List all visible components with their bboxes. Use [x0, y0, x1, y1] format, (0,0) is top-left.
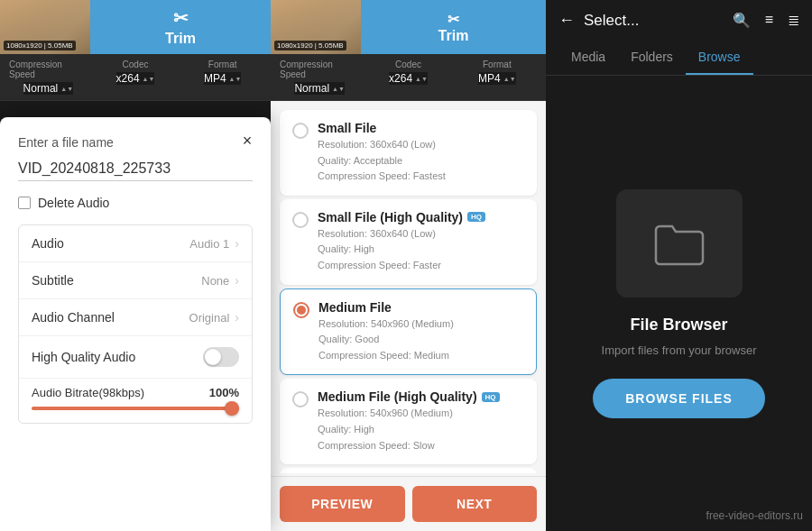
folder-icon-container — [616, 189, 743, 298]
list-icon[interactable]: ≡ — [765, 12, 773, 29]
subtitle-setting-name: Subtitle — [32, 273, 201, 288]
radio-small[interactable] — [292, 123, 309, 139]
select-arrows-codec-middle: ▲▼ — [415, 76, 428, 82]
scissors-icon-left: ✂ — [173, 7, 189, 29]
hq-badge-small: HQ — [467, 212, 485, 222]
scissors-icon-middle: ✂ — [448, 11, 459, 28]
format-label-left: Format — [208, 60, 237, 69]
format-value-left: MP4 — [204, 72, 226, 85]
trim-button-middle[interactable]: ✂ Trim — [361, 0, 546, 54]
panel-left: 1080x1920 | 5.05MB ✂ Trim Compression Sp… — [0, 0, 271, 531]
tab-browse[interactable]: Browse — [686, 41, 753, 75]
quality-item-medium[interactable]: Medium File Resolution: 540x960 (Medium)… — [280, 288, 537, 376]
codec-group-left: Codec x264 ▲▼ — [97, 60, 175, 95]
bitrate-row: Audio Bitrate(98kbps) 100% — [19, 379, 252, 423]
quality-item-medium-hq[interactable]: Medium File (High Quality) HQ Resolution… — [280, 379, 537, 464]
panel-right: ← Select... 🔍 ≡ ≣ Media Folders Browse F… — [546, 0, 812, 531]
high-quality-audio-toggle[interactable] — [203, 347, 239, 367]
right-title: Select... — [584, 12, 724, 30]
quality-info-medium: Medium File Resolution: 540x960 (Medium)… — [318, 300, 454, 364]
compression-speed-select-middle[interactable]: Normal ▲▼ — [294, 82, 345, 95]
compression-speed-label-middle: Compression Speed — [280, 60, 359, 79]
select-arrows-format-left: ▲▼ — [229, 76, 242, 82]
panel-left-top: 1080x1920 | 5.05MB ✂ Trim — [0, 0, 271, 54]
audio-setting-name: Audio — [32, 236, 189, 251]
preview-button[interactable]: PREVIEW — [280, 486, 405, 522]
filter-icon[interactable]: ≣ — [788, 12, 799, 29]
compression-speed-value-middle: Normal — [294, 82, 329, 95]
search-icon[interactable]: 🔍 — [733, 12, 751, 29]
format-label-middle: Format — [483, 60, 512, 69]
browse-files-button[interactable]: BROWSE FILES — [593, 379, 765, 418]
bitrate-header: Audio Bitrate(98kbps) 100% — [32, 386, 239, 399]
format-select-left[interactable]: MP4 ▲▼ — [204, 72, 242, 85]
tab-folders[interactable]: Folders — [618, 41, 686, 75]
bitrate-slider-track[interactable] — [32, 407, 239, 410]
file-browser-title: File Browser — [630, 316, 727, 334]
hq-badge-medium: HQ — [482, 392, 500, 402]
codec-select-middle[interactable]: x264 ▲▼ — [389, 72, 428, 85]
watermark: free-video-editors.ru — [706, 509, 803, 522]
quality-item-large[interactable]: Large File Resolution: 1080x1920 (Origin… — [280, 468, 537, 473]
quality-desc-small-hq: Resolution: 360x640 (Low)Quality: HighCo… — [318, 226, 485, 274]
folder-icon — [652, 221, 706, 266]
format-group-left: Format MP4 ▲▼ — [183, 60, 262, 95]
audio-setting-row[interactable]: Audio Audio 1 › — [19, 225, 252, 262]
delete-audio-checkbox[interactable] — [18, 197, 31, 209]
format-value-middle: MP4 — [478, 72, 501, 85]
codec-group-middle: Codec x264 ▲▼ — [368, 60, 448, 95]
audio-channel-setting-value: Original — [189, 311, 230, 325]
bitrate-slider-thumb[interactable] — [225, 401, 239, 416]
format-group-middle: Format MP4 ▲▼ — [457, 60, 537, 95]
audio-channel-setting-name: Audio Channel — [32, 310, 189, 325]
filename-dialog: × Enter a file name Delete Audio Audio A… — [0, 117, 271, 531]
tab-media[interactable]: Media — [558, 41, 618, 75]
subtitle-setting-row[interactable]: Subtitle None › — [19, 262, 252, 299]
select-arrows-speed-middle: ▲▼ — [332, 86, 345, 92]
close-button[interactable]: × — [235, 128, 260, 153]
audio-setting-value: Audio 1 — [189, 237, 229, 251]
quality-desc-medium: Resolution: 540x960 (Medium)Quality: Goo… — [318, 316, 454, 364]
select-arrows-format-middle: ▲▼ — [503, 76, 516, 82]
high-quality-audio-setting-row: High Quality Audio — [19, 336, 252, 379]
right-header: ← Select... 🔍 ≡ ≣ — [546, 0, 812, 41]
radio-medium[interactable] — [293, 302, 309, 318]
quality-info-small-hq: Small File (High Quality) HQ Resolution:… — [318, 210, 485, 274]
delete-audio-label: Delete Audio — [38, 196, 109, 210]
audio-channel-chevron-icon: › — [235, 310, 239, 325]
codec-label-left: Codec — [123, 60, 149, 69]
codec-select-left[interactable]: x264 ▲▼ — [116, 72, 155, 85]
radio-small-hq[interactable] — [292, 212, 309, 228]
controls-row-middle: Compression Speed Normal ▲▼ Codec x264 ▲… — [271, 54, 546, 101]
trim-label-left: Trim — [165, 31, 196, 47]
settings-list: Audio Audio 1 › Subtitle None › Audio Ch… — [18, 224, 253, 424]
quality-desc-small: Resolution: 360x640 (Low)Quality: Accept… — [318, 137, 446, 185]
bitrate-slider-fill — [32, 407, 239, 410]
bitrate-label: Audio Bitrate(98kbps) — [32, 386, 144, 399]
quality-item-small[interactable]: Small File Resolution: 360x640 (Low)Qual… — [280, 110, 537, 196]
quality-info-medium-hq: Medium File (High Quality) HQ Resolution… — [318, 389, 500, 453]
mid-bottom-buttons: PREVIEW NEXT — [271, 476, 546, 531]
audio-channel-setting-row[interactable]: Audio Channel Original › — [19, 299, 252, 336]
subtitle-setting-value: None — [201, 274, 229, 288]
codec-value-left: x264 — [116, 72, 140, 85]
trim-button-left[interactable]: ✂ Trim — [90, 0, 271, 54]
next-button[interactable]: NEXT — [412, 486, 538, 522]
quality-title-small-hq: Small File (High Quality) HQ — [318, 210, 485, 224]
filename-input[interactable] — [18, 157, 253, 181]
compression-speed-value-left: Normal — [23, 82, 59, 95]
back-arrow-icon[interactable]: ← — [558, 11, 575, 30]
compression-speed-group-left: Compression Speed Normal ▲▼ — [9, 60, 88, 95]
audio-chevron-icon: › — [235, 236, 239, 251]
delete-audio-row: Delete Audio — [18, 196, 253, 210]
video-thumbnail-left: 1080x1920 | 5.05MB — [0, 0, 90, 54]
radio-medium-hq[interactable] — [292, 391, 309, 407]
radio-inner-medium — [297, 306, 306, 315]
format-select-middle[interactable]: MP4 ▲▼ — [478, 72, 516, 85]
quality-list: Small File Resolution: 360x640 (Low)Qual… — [271, 101, 546, 473]
high-quality-audio-setting-name: High Quality Audio — [32, 350, 203, 364]
quality-desc-medium-hq: Resolution: 540x960 (Medium)Quality: Hig… — [318, 406, 500, 453]
enter-filename-label: Enter a file name — [18, 135, 253, 150]
quality-item-small-hq[interactable]: Small File (High Quality) HQ Resolution:… — [280, 199, 537, 285]
compression-speed-select-left[interactable]: Normal ▲▼ — [23, 82, 74, 95]
